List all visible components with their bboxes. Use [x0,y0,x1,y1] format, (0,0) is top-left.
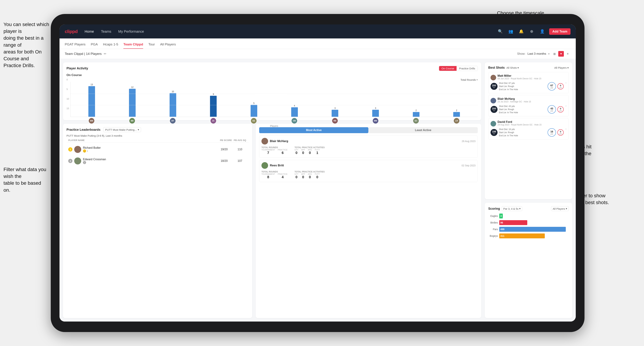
bell-icon[interactable]: 🔔 [518,28,525,35]
player-avatar-7[interactable]: MM [373,118,378,124]
scoring-eagles-bar: 3 [499,213,503,218]
players-label: Players [70,125,478,127]
practice-leaderboard-card: Practice Leaderboards PUTT Must Make Put… [63,124,252,318]
gtt-label-1: GTT [294,173,298,175]
shot-chevron-1[interactable]: › [566,104,566,108]
player-avatar-1[interactable]: BB [129,118,135,124]
shot-dist-unit-2: yds [550,133,553,135]
least-active-tab[interactable]: Least Active [368,127,478,133]
tab-pga[interactable]: PGA [91,42,98,49]
putt-label-0: PUTT [315,149,320,151]
shot-dist-circle-0: 67 yds [548,82,556,91]
all-players-dropdown[interactable]: All Players ▾ [554,66,569,69]
apc-name-0: Blair McHarg [270,140,460,143]
best-shots-header: Best Shots All Shots ▾ All Players ▾ [488,66,569,70]
shot-detail-1: 23 Jul 2023 · Ashridge GC · Hole 15 [498,100,531,103]
scoring-birdies-val: 96 [500,221,503,224]
people-icon[interactable]: 👥 [507,28,514,35]
lb-col-avg: PB AVG SQ [233,139,247,142]
lb-col-pb: PB SCORE [219,139,233,142]
show-caret-icon[interactable]: ▾ [548,52,550,55]
tournament-val-1: 8 [267,175,269,179]
bar-9 [453,112,460,117]
practice-header: Practice Leaderboards PUTT Must Make Put… [66,127,249,132]
add-team-button[interactable]: Add Team [549,28,570,35]
lb-row-1[interactable]: 2 Edward Crossman 2 18/20 107 [66,156,249,166]
shot-avatar-0 [490,75,496,80]
shot-avatar-2 [490,121,496,127]
player-avatar-0[interactable]: BM [89,118,94,124]
bar-group-e-crossman: 2 [396,109,436,117]
profile-icon[interactable]: 👤 [539,28,546,35]
add-icon[interactable]: ⊕ [528,28,535,35]
search-icon[interactable]: 🔍 [497,28,504,35]
bar-4 [250,105,257,117]
tab-hcaps[interactable]: Hcaps 1-5 [103,42,118,49]
shot-card-1-inner: Blair McHarg 23 Jul 2023 · Ashridge GC ·… [490,97,564,114]
player-avatar-2[interactable]: DF [170,118,176,124]
grid-view-icon[interactable]: ⊞ [552,51,557,57]
lb-name-1: Edward Crossman [83,158,216,161]
practice-dropdown[interactable]: PUTT Must Make Putting... ▾ [103,127,141,132]
player-avatar-6[interactable]: RB [332,118,338,124]
shot-chevron-2[interactable]: › [566,127,566,131]
bar-7 [372,110,379,117]
shot-stats-1: 200 SG Shot Dist: 43 ydsStart Lie: Rough… [490,105,564,114]
shot-card-0[interactable]: Matt Miller 09 Jun 2023 · Royal North De… [488,72,569,93]
shot-card-1[interactable]: Blair McHarg 23 Jul 2023 · Ashridge GC ·… [488,95,569,116]
shot-card-0-inner: Matt Miller 09 Jun 2023 · Royal North De… [490,74,564,91]
shot-detail-2: 24 Aug 2023 · Royal North Devon GC · Hol… [498,124,542,126]
most-active-tab[interactable]: Most Active [259,127,368,133]
shot-chevron-0[interactable]: › [566,81,566,85]
player-avatar-3[interactable]: JC [210,118,216,124]
player-avatar-4[interactable]: EE [251,118,256,124]
tablet-screen: clippd Home Teams My Performance 🔍 👥 🔔 ⊕… [60,24,576,322]
scoring-par-dropdown[interactable]: Par 3, 4 & 5s ▾ [502,206,522,211]
nav-teams[interactable]: Teams [101,29,111,33]
tab-practice-drills[interactable]: Practice Drills [456,66,478,71]
tab-on-course[interactable]: On Course [439,66,457,71]
list-view-icon[interactable]: ≡ [565,51,570,57]
shot-card-2[interactable]: David Ford 24 Aug 2023 · Royal North Dev… [488,118,569,140]
nav-my-performance[interactable]: My Performance [118,29,144,33]
shot-dist-circle-2: 16 yds [548,128,556,137]
total-rounds-caret[interactable]: ▾ [476,78,478,81]
scoring-players-dropdown[interactable]: All Players ▾ [551,206,569,211]
shot-zero-circle-1: 0 yds [558,106,564,113]
player-avatar-5[interactable]: OB [292,118,297,124]
shot-player-name-2: David Ford [498,120,542,124]
best-shots-title: Best Shots [488,66,505,70]
edit-icon[interactable]: ✏ [104,52,106,56]
show-dropdown[interactable]: Last 3 months [528,52,546,56]
best-shots-card: Best Shots All Shots ▾ All Players ▾ [485,62,572,199]
lb-pb-1: 18/20 [217,159,231,163]
heart-view-icon[interactable]: ♥ [558,51,564,57]
scoring-par-caret: ▾ [519,207,520,210]
tournament-val-0: 7 [267,151,269,155]
bar-val-5: 4 [294,105,295,107]
on-course-section-label: On Course [66,73,478,77]
lb-row-0[interactable]: 1 Richard Butler 🏆 1 19/20 110 [66,144,249,155]
apc-name-1: Rees Britt [270,164,460,167]
player-avatar-9[interactable]: LR [454,118,459,124]
arg-label-0: ARG [308,149,312,151]
scoring-pars-bar: 499 [499,227,566,232]
active-player-card-1: Rees Britt 02 Sep 2023 Total Rounds Tour… [259,160,478,182]
tab-team-clippd[interactable]: Team Clippd [123,42,143,49]
tab-tour[interactable]: Tour [148,42,155,49]
bar-5 [291,107,298,117]
practice-dropdown-caret: ▾ [138,128,139,131]
tab-all-players[interactable]: All Players [160,42,176,49]
tab-pgat-players[interactable]: PGAT Players [65,42,86,49]
all-shots-dropdown[interactable]: All Shots ▾ [506,66,519,69]
trophy-icon: 🏆 [83,149,86,153]
bar-val-9: 2 [456,109,457,112]
app-label-1: APP [301,173,305,175]
player-avatar-8[interactable]: EC [413,118,419,124]
app-label-0: APP [301,149,305,151]
shot-badge-2: 198 SG [490,129,498,136]
bar-val-6: 3 [334,107,336,109]
bar-val-3: 9 [213,93,214,95]
nav-home[interactable]: Home [85,29,94,33]
shot-badge-label-1: SG [493,110,495,112]
